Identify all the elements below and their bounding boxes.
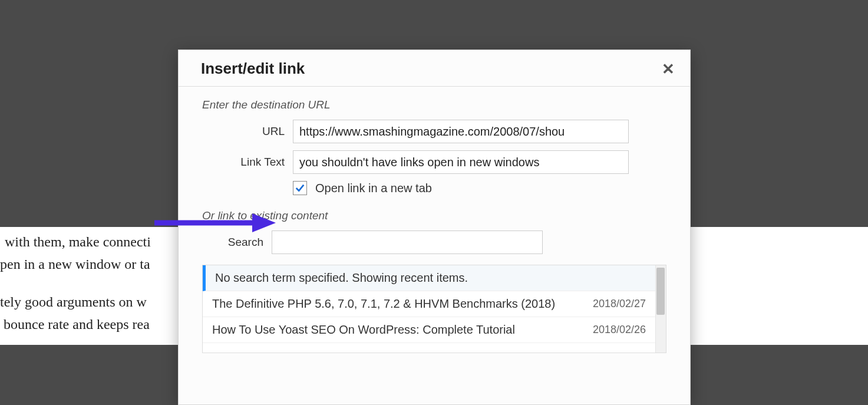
close-icon: ✕	[662, 60, 675, 78]
result-date: 2018/02/27	[593, 298, 646, 310]
destination-url-hint: Enter the destination URL	[202, 98, 666, 111]
url-label: URL	[202, 125, 293, 138]
result-title: How To Use Yoast SEO On WordPress: Compl…	[212, 323, 515, 337]
background-text-line: pen in a new window or ta	[0, 253, 150, 275]
linktext-label: Link Text	[202, 156, 293, 169]
url-field-row: URL	[202, 120, 666, 143]
existing-content-hint: Or link to existing content	[202, 209, 666, 222]
close-button[interactable]: ✕	[662, 61, 675, 77]
result-item[interactable]: How To Use Yoast SEO On WordPress: Compl…	[203, 317, 655, 343]
linktext-field-row: Link Text	[202, 150, 666, 174]
result-item[interactable]: The Definitive PHP 5.6, 7.0, 7.1, 7.2 & …	[203, 291, 655, 317]
search-label: Search	[202, 236, 272, 249]
linktext-input[interactable]	[293, 150, 629, 174]
dialog-title: Insert/edit link	[201, 60, 305, 78]
results-scrollbar[interactable]	[655, 265, 666, 353]
background-text-line: tely good arguments on w owner, this is …	[0, 291, 147, 313]
background-text-line: with them, make connecti -quality extern…	[5, 231, 151, 253]
dialog-header: Insert/edit link ✕	[179, 50, 690, 87]
insert-link-dialog: Insert/edit link ✕ Enter the destination…	[178, 50, 691, 405]
result-title: The Definitive PHP 5.6, 7.0, 7.1, 7.2 & …	[212, 297, 555, 311]
results-hint: No search term specified. Showing recent…	[203, 265, 655, 291]
check-icon	[295, 183, 305, 193]
search-input[interactable]	[272, 231, 543, 254]
url-input[interactable]	[293, 120, 629, 143]
result-date: 2018/02/26	[593, 324, 646, 336]
dialog-body: Enter the destination URL URL Link Text …	[179, 87, 690, 353]
search-field-row: Search	[202, 231, 666, 254]
new-tab-row: Open link in a new tab	[293, 181, 666, 195]
new-tab-checkbox[interactable]	[293, 181, 307, 195]
background-text-line: bounce rate and keeps rea	[4, 314, 150, 335]
scrollbar-thumb[interactable]	[656, 268, 665, 315]
new-tab-label: Open link in a new tab	[315, 182, 432, 195]
app-stage: with them, make connecti -quality extern…	[0, 0, 868, 405]
search-results: No search term specified. Showing recent…	[202, 265, 666, 353]
